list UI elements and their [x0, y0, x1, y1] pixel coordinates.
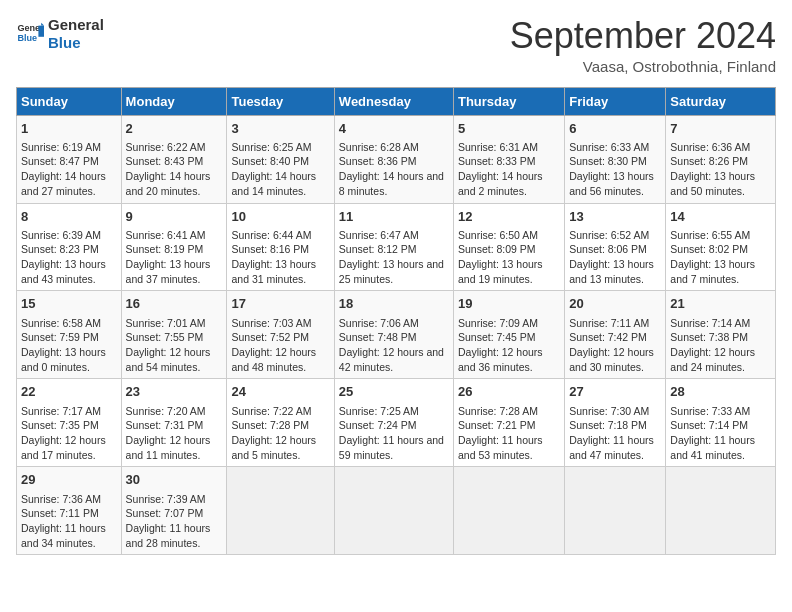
daylight-text: Daylight: 12 hours and 11 minutes.	[126, 434, 211, 461]
calendar-cell: 5Sunrise: 6:31 AMSunset: 8:33 PMDaylight…	[453, 115, 564, 203]
daylight-text: Daylight: 13 hours and 25 minutes.	[339, 258, 444, 285]
calendar-cell: 29Sunrise: 7:36 AMSunset: 7:11 PMDayligh…	[17, 467, 122, 555]
day-number: 1	[21, 120, 117, 138]
sunset-text: Sunset: 7:14 PM	[670, 419, 748, 431]
sunrise-text: Sunrise: 7:22 AM	[231, 405, 311, 417]
daylight-text: Daylight: 13 hours and 31 minutes.	[231, 258, 316, 285]
sunrise-text: Sunrise: 7:17 AM	[21, 405, 101, 417]
daylight-text: Daylight: 12 hours and 48 minutes.	[231, 346, 316, 373]
sunset-text: Sunset: 8:12 PM	[339, 243, 417, 255]
sunset-text: Sunset: 8:16 PM	[231, 243, 309, 255]
calendar-cell	[334, 467, 453, 555]
calendar-cell: 10Sunrise: 6:44 AMSunset: 8:16 PMDayligh…	[227, 203, 334, 291]
sunrise-text: Sunrise: 6:44 AM	[231, 229, 311, 241]
sunrise-text: Sunrise: 6:25 AM	[231, 141, 311, 153]
day-number: 11	[339, 208, 449, 226]
sunset-text: Sunset: 7:48 PM	[339, 331, 417, 343]
daylight-text: Daylight: 12 hours and 17 minutes.	[21, 434, 106, 461]
week-row-2: 8Sunrise: 6:39 AMSunset: 8:23 PMDaylight…	[17, 203, 776, 291]
calendar-cell: 25Sunrise: 7:25 AMSunset: 7:24 PMDayligh…	[334, 379, 453, 467]
logo-blue: Blue	[48, 34, 104, 52]
daylight-text: Daylight: 13 hours and 37 minutes.	[126, 258, 211, 285]
calendar-cell	[565, 467, 666, 555]
sunrise-text: Sunrise: 7:33 AM	[670, 405, 750, 417]
svg-marker-2	[38, 26, 44, 37]
calendar-cell: 22Sunrise: 7:17 AMSunset: 7:35 PMDayligh…	[17, 379, 122, 467]
sunrise-text: Sunrise: 7:25 AM	[339, 405, 419, 417]
col-header-monday: Monday	[121, 87, 227, 115]
sunset-text: Sunset: 8:43 PM	[126, 155, 204, 167]
sunrise-text: Sunrise: 6:28 AM	[339, 141, 419, 153]
day-number: 7	[670, 120, 771, 138]
sunset-text: Sunset: 7:35 PM	[21, 419, 99, 431]
sunset-text: Sunset: 8:30 PM	[569, 155, 647, 167]
calendar-cell: 6Sunrise: 6:33 AMSunset: 8:30 PMDaylight…	[565, 115, 666, 203]
col-header-friday: Friday	[565, 87, 666, 115]
sunrise-text: Sunrise: 7:06 AM	[339, 317, 419, 329]
sunrise-text: Sunrise: 7:20 AM	[126, 405, 206, 417]
page-title: September 2024	[510, 16, 776, 56]
daylight-text: Daylight: 11 hours and 59 minutes.	[339, 434, 444, 461]
calendar-cell: 26Sunrise: 7:28 AMSunset: 7:21 PMDayligh…	[453, 379, 564, 467]
col-header-sunday: Sunday	[17, 87, 122, 115]
sunrise-text: Sunrise: 6:50 AM	[458, 229, 538, 241]
sunrise-text: Sunrise: 6:41 AM	[126, 229, 206, 241]
sunrise-text: Sunrise: 6:33 AM	[569, 141, 649, 153]
sunset-text: Sunset: 7:45 PM	[458, 331, 536, 343]
sunset-text: Sunset: 7:18 PM	[569, 419, 647, 431]
calendar-cell: 20Sunrise: 7:11 AMSunset: 7:42 PMDayligh…	[565, 291, 666, 379]
sunset-text: Sunset: 8:47 PM	[21, 155, 99, 167]
calendar-cell	[227, 467, 334, 555]
day-number: 10	[231, 208, 329, 226]
sunset-text: Sunset: 8:09 PM	[458, 243, 536, 255]
day-number: 22	[21, 383, 117, 401]
sunrise-text: Sunrise: 7:36 AM	[21, 493, 101, 505]
daylight-text: Daylight: 12 hours and 42 minutes.	[339, 346, 444, 373]
daylight-text: Daylight: 11 hours and 53 minutes.	[458, 434, 543, 461]
daylight-text: Daylight: 13 hours and 19 minutes.	[458, 258, 543, 285]
sunset-text: Sunset: 8:23 PM	[21, 243, 99, 255]
calendar-cell: 7Sunrise: 6:36 AMSunset: 8:26 PMDaylight…	[666, 115, 776, 203]
daylight-text: Daylight: 12 hours and 30 minutes.	[569, 346, 654, 373]
sunrise-text: Sunrise: 6:19 AM	[21, 141, 101, 153]
sunrise-text: Sunrise: 7:39 AM	[126, 493, 206, 505]
day-number: 30	[126, 471, 223, 489]
sunrise-text: Sunrise: 6:39 AM	[21, 229, 101, 241]
sunrise-text: Sunrise: 6:58 AM	[21, 317, 101, 329]
calendar-cell: 27Sunrise: 7:30 AMSunset: 7:18 PMDayligh…	[565, 379, 666, 467]
sunset-text: Sunset: 7:42 PM	[569, 331, 647, 343]
day-number: 2	[126, 120, 223, 138]
sunset-text: Sunset: 7:31 PM	[126, 419, 204, 431]
calendar-cell: 19Sunrise: 7:09 AMSunset: 7:45 PMDayligh…	[453, 291, 564, 379]
title-block: September 2024 Vaasa, Ostrobothnia, Finl…	[510, 16, 776, 75]
day-number: 25	[339, 383, 449, 401]
sunrise-text: Sunrise: 7:14 AM	[670, 317, 750, 329]
sunset-text: Sunset: 8:06 PM	[569, 243, 647, 255]
day-number: 18	[339, 295, 449, 313]
day-number: 15	[21, 295, 117, 313]
sunset-text: Sunset: 8:19 PM	[126, 243, 204, 255]
week-row-1: 1Sunrise: 6:19 AMSunset: 8:47 PMDaylight…	[17, 115, 776, 203]
logo-general: General	[48, 16, 104, 34]
day-number: 6	[569, 120, 661, 138]
logo-icon: General Blue	[16, 20, 44, 48]
week-row-3: 15Sunrise: 6:58 AMSunset: 7:59 PMDayligh…	[17, 291, 776, 379]
sunrise-text: Sunrise: 7:28 AM	[458, 405, 538, 417]
calendar-cell: 15Sunrise: 6:58 AMSunset: 7:59 PMDayligh…	[17, 291, 122, 379]
daylight-text: Daylight: 11 hours and 28 minutes.	[126, 522, 211, 549]
day-number: 14	[670, 208, 771, 226]
daylight-text: Daylight: 13 hours and 13 minutes.	[569, 258, 654, 285]
calendar-cell: 12Sunrise: 6:50 AMSunset: 8:09 PMDayligh…	[453, 203, 564, 291]
page-subtitle: Vaasa, Ostrobothnia, Finland	[510, 58, 776, 75]
sunset-text: Sunset: 8:33 PM	[458, 155, 536, 167]
day-number: 12	[458, 208, 560, 226]
calendar-cell: 14Sunrise: 6:55 AMSunset: 8:02 PMDayligh…	[666, 203, 776, 291]
sunrise-text: Sunrise: 6:47 AM	[339, 229, 419, 241]
daylight-text: Daylight: 14 hours and 2 minutes.	[458, 170, 543, 197]
daylight-text: Daylight: 13 hours and 50 minutes.	[670, 170, 755, 197]
day-number: 19	[458, 295, 560, 313]
daylight-text: Daylight: 14 hours and 20 minutes.	[126, 170, 211, 197]
sunset-text: Sunset: 7:07 PM	[126, 507, 204, 519]
daylight-text: Daylight: 12 hours and 5 minutes.	[231, 434, 316, 461]
col-header-saturday: Saturday	[666, 87, 776, 115]
